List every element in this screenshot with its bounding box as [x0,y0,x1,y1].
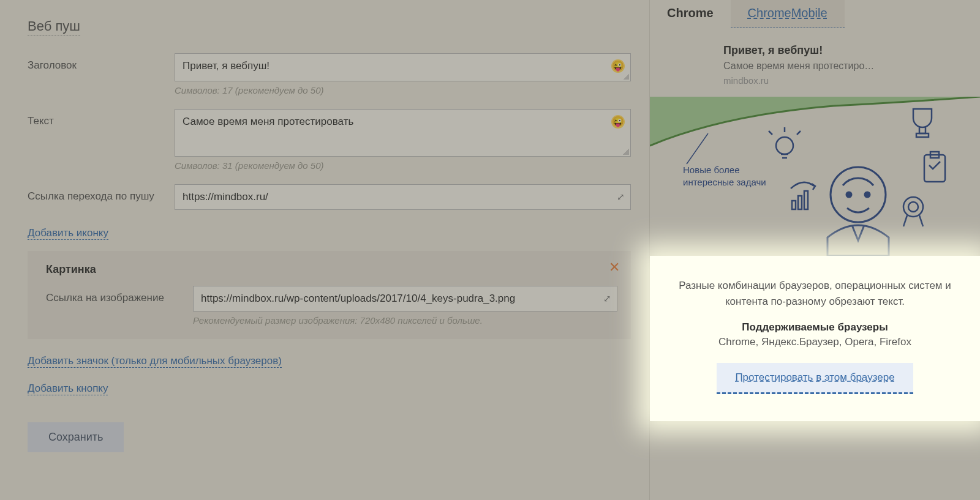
browser-info-box: Разные комбинации браузеров, операционны… [650,256,980,421]
supported-list: Chrome, Яндекс.Браузер, Opera, Firefox [674,336,956,348]
dim-overlay [0,0,980,500]
supported-title: Поддерживаемые браузеры [674,321,956,334]
info-text: Разные комбинации браузеров, операционны… [674,278,956,309]
test-browser-button[interactable]: Протестировать в этом браузере [717,363,913,394]
